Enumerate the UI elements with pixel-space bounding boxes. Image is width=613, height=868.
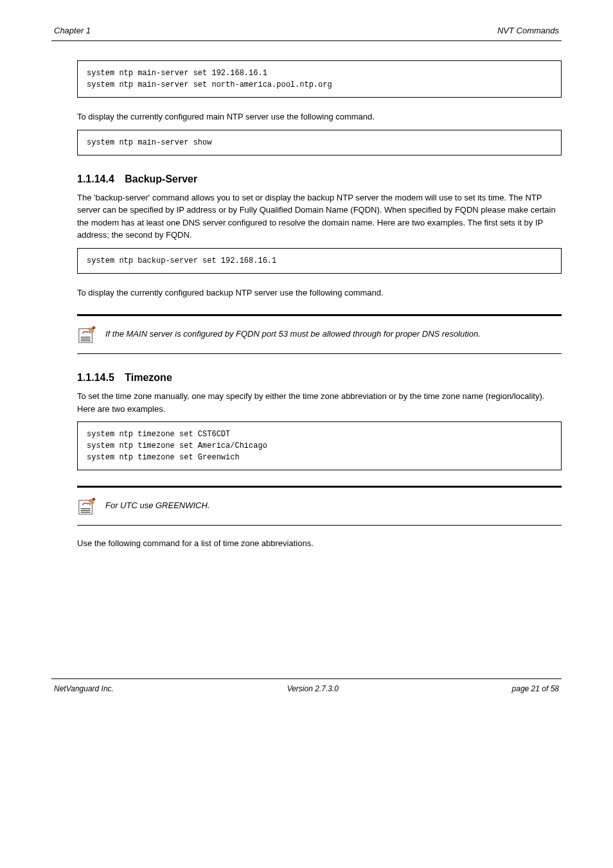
heading-number: 1.1.14.5: [77, 372, 114, 383]
page-header: Chapter 1 NVT Commands: [51, 26, 562, 35]
note-rule-bottom: [77, 525, 562, 526]
heading-backup-server: 1.1.14.4 Backup-Server: [77, 173, 562, 185]
para-backup-server-desc: The 'backup-server' command allows you t…: [77, 191, 562, 242]
note-rule-bottom: [77, 353, 562, 354]
note-block-utc: For UTC use GREENWICH.: [77, 486, 562, 526]
heading-title: Timezone: [125, 372, 172, 383]
footer-version: Version 2.7.3.0: [287, 684, 339, 693]
footer-rule: [51, 678, 562, 679]
note-text-utc: For UTC use GREENWICH.: [105, 497, 210, 512]
para-main-server-show-intro: To display the currently configured main…: [77, 111, 562, 123]
note-icon: [77, 325, 96, 344]
note-rule-top: [77, 486, 562, 488]
heading-title: Backup-Server: [125, 173, 197, 184]
header-section: NVT Commands: [497, 26, 559, 35]
code-block-timezone-set: system ntp timezone set CST6CDT system n…: [77, 421, 562, 470]
page-content: system ntp main-server set 192.168.16.1 …: [77, 60, 562, 550]
code-block-main-server-show: system ntp main-server show: [77, 130, 562, 155]
note-text-dns: If the MAIN server is configured by FQDN…: [105, 325, 481, 341]
footer-company: NetVanguard Inc.: [54, 684, 114, 693]
para-timezone-list-intro: Use the following command for a list of …: [77, 537, 562, 550]
note-rule-top: [77, 314, 562, 316]
note-block-dns: If the MAIN server is configured by FQDN…: [77, 314, 562, 354]
header-rule: [51, 40, 562, 41]
code-block-backup-server-set: system ntp backup-server set 192.168.16.…: [77, 248, 562, 274]
para-backup-server-show-intro: To display the currently configured back…: [77, 287, 562, 299]
note-icon: [77, 497, 96, 516]
heading-timezone: 1.1.14.5 Timezone: [77, 372, 562, 384]
footer-page: page 21 of 58: [512, 684, 559, 693]
heading-number: 1.1.14.4: [77, 173, 114, 184]
page-footer: NetVanguard Inc. Version 2.7.3.0 page 21…: [51, 678, 562, 693]
para-timezone-desc: To set the time zone manually, one may s…: [77, 390, 562, 415]
header-chapter: Chapter 1: [54, 26, 91, 35]
code-block-main-server-set: system ntp main-server set 192.168.16.1 …: [77, 60, 562, 98]
